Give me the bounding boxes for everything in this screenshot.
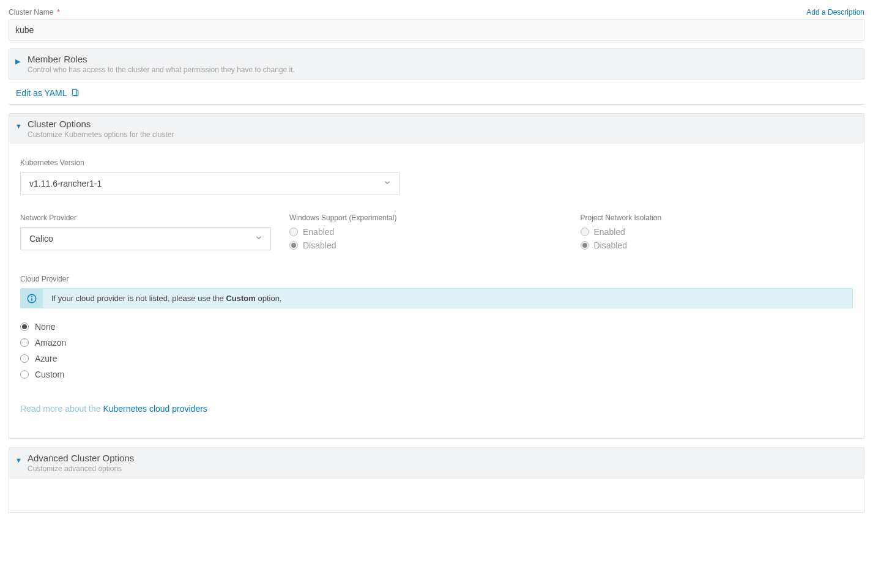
advanced-options-title: Advanced Cluster Options [28,453,858,463]
member-roles-title: Member Roles [28,54,858,64]
kubernetes-cloud-providers-link[interactable]: Kubernetes cloud providers [103,404,207,414]
network-provider-label: Network Provider [20,214,271,222]
cluster-options-title: Cluster Options [28,119,858,129]
cluster-name-label: Cluster Name [9,8,53,17]
isolation-disabled-radio: Disabled [581,240,853,250]
radio-icon [289,241,298,250]
radio-icon [289,228,298,236]
banner-bold: Custom [226,294,255,303]
windows-disabled-radio: Disabled [289,240,562,250]
caret-down-icon: ▼ [15,119,28,130]
windows-enabled-radio: Enabled [289,227,562,237]
caret-down-icon: ▼ [15,453,28,464]
svg-point-4 [32,296,32,297]
caret-right-icon: ▶ [15,54,28,65]
advanced-options-body [9,478,864,513]
cloud-provider-info-banner: If your cloud provider is not listed, pl… [20,288,853,308]
radio-icon [20,354,29,363]
banner-suffix: option. [256,294,282,303]
isolation-disabled-label: Disabled [594,240,627,250]
read-more-pre: Read more about the [20,404,103,414]
advanced-options-subtitle: Customize advanced options [28,464,858,473]
cloud-custom-radio[interactable]: Custom [20,370,853,379]
radio-icon [581,228,589,236]
radio-icon [20,322,29,331]
radio-icon [20,370,29,379]
member-roles-subtitle: Control who has access to the cluster an… [28,65,858,74]
edit-as-yaml-label: Edit as YAML [16,88,67,98]
member-roles-header[interactable]: ▶ Member Roles Control who has access to… [9,48,864,80]
cluster-name-input[interactable] [9,19,864,41]
required-asterisk: * [57,7,60,17]
cluster-options-body: Kubernetes Version v1.11.6-rancher1-1 Ne… [9,144,864,439]
cloud-custom-label: Custom [35,370,64,379]
cluster-options-subtitle: Customize Kubernetes options for the clu… [28,130,858,139]
advanced-options-header[interactable]: ▼ Advanced Cluster Options Customize adv… [9,447,864,478]
kube-version-value: v1.11.6-rancher1-1 [29,179,102,188]
kube-version-select[interactable]: v1.11.6-rancher1-1 [20,172,399,195]
svg-rect-1 [72,89,76,95]
cloud-none-label: None [35,322,55,332]
windows-support-label: Windows Support (Experimental) [289,214,562,222]
cloud-provider-label: Cloud Provider [20,275,853,283]
network-provider-value: Calico [29,234,53,244]
radio-icon [20,338,29,347]
edit-as-yaml-link[interactable]: Edit as YAML [9,80,864,105]
isolation-enabled-radio: Enabled [581,227,853,237]
isolation-enabled-label: Enabled [594,227,625,237]
read-more-text: Read more about the Kubernetes cloud pro… [20,404,853,414]
chevron-down-icon [383,179,392,189]
windows-disabled-label: Disabled [303,240,336,250]
info-icon [21,289,43,308]
cloud-azure-label: Azure [35,354,58,363]
chevron-down-icon [254,234,263,244]
cluster-options-header[interactable]: ▼ Cluster Options Customize Kubernetes o… [9,113,864,144]
clipboard-icon [71,89,80,97]
radio-icon [581,241,589,250]
add-description-link[interactable]: Add a Description [806,8,864,17]
project-isolation-label: Project Network Isolation [581,214,853,222]
windows-enabled-label: Enabled [303,227,334,237]
kube-version-label: Kubernetes Version [20,158,853,167]
network-provider-select[interactable]: Calico [20,227,271,250]
cloud-azure-radio[interactable]: Azure [20,354,853,363]
cloud-amazon-label: Amazon [35,338,66,348]
cloud-amazon-radio[interactable]: Amazon [20,338,853,348]
banner-prefix: If your cloud provider is not listed, pl… [51,294,226,303]
cloud-none-radio[interactable]: None [20,322,853,332]
